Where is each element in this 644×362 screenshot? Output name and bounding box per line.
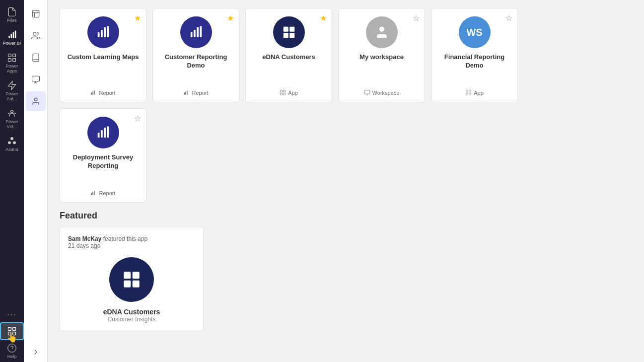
svg-rect-41 [289, 27, 294, 32]
virtual-label: Power Virt... [2, 119, 22, 129]
icon-bar-help[interactable]: Help [0, 340, 24, 362]
svg-rect-13 [13, 328, 16, 331]
sidebar-layout[interactable] [26, 4, 46, 24]
card-title-custom-learning: Custom Learning Maps [68, 53, 139, 62]
svg-rect-59 [107, 127, 109, 138]
sidebar-book[interactable] [26, 48, 46, 68]
svg-rect-63 [124, 272, 131, 279]
icon-bar-powerbi[interactable]: Power BI [0, 27, 24, 49]
cards-row-2: ☆ Deployment Survey Reporting Report [60, 108, 632, 203]
featured-icon-wrap [68, 257, 195, 302]
files-label: Files [7, 18, 16, 23]
svg-rect-57 [101, 130, 103, 138]
featured-card[interactable]: Sam McKay featured this app 21 days ago … [60, 227, 204, 331]
card-type-deployment: Report [99, 190, 115, 196]
svg-point-10 [8, 141, 11, 144]
star-financial[interactable]: ☆ [505, 13, 512, 23]
svg-rect-12 [8, 328, 11, 331]
svg-rect-4 [8, 54, 11, 57]
svg-rect-54 [466, 93, 468, 95]
svg-point-11 [13, 141, 16, 144]
svg-rect-65 [124, 281, 131, 288]
featured-by: Sam McKay [68, 235, 101, 242]
card-icon-deployment [87, 117, 119, 148]
cards-row-1: ★ Custom Learning Maps Report ★ [60, 8, 632, 102]
svg-rect-22 [32, 76, 39, 81]
featured-text-2: featured this app [103, 235, 147, 242]
star-edna[interactable]: ★ [320, 13, 327, 23]
svg-rect-58 [104, 128, 106, 138]
svg-rect-2 [13, 32, 14, 38]
star-deployment[interactable]: ☆ [134, 114, 141, 123]
icon-bar: Files Power BI Power Apps Power Aut... [0, 0, 24, 362]
card-meta-financial: App [465, 89, 484, 96]
svg-point-48 [379, 27, 384, 32]
svg-rect-36 [200, 26, 202, 38]
svg-rect-7 [13, 59, 16, 62]
asana-label: Asana [5, 147, 18, 152]
svg-rect-56 [97, 133, 99, 138]
card-icon-custom-learning [87, 16, 119, 48]
card-type-customer-reporting: Report [192, 90, 208, 96]
svg-rect-45 [284, 90, 286, 92]
star-customer-reporting[interactable]: ★ [227, 13, 234, 23]
svg-rect-46 [281, 93, 283, 95]
card-workspace[interactable]: ☆ My workspace Workspace [338, 8, 425, 102]
card-meta-customer-reporting: Report [183, 89, 208, 96]
sidebar-user[interactable] [26, 91, 46, 111]
icon-bar-virtual[interactable]: Power Virt... [0, 105, 24, 132]
svg-rect-60 [91, 193, 92, 195]
card-icon-workspace [366, 16, 398, 48]
svg-rect-64 [133, 272, 140, 279]
icon-bar-powerapps[interactable]: Power Apps [0, 50, 24, 76]
powerapps-label: Power Apps [2, 64, 22, 73]
svg-rect-53 [469, 90, 471, 92]
card-icon-edna [273, 16, 305, 48]
featured-meta: Sam McKay featured this app 21 days ago [68, 235, 195, 249]
svg-rect-35 [197, 27, 199, 37]
card-financial[interactable]: ☆ WS Financial Reporting Demo App [431, 8, 518, 102]
card-deployment[interactable]: ☆ Deployment Survey Reporting Report [60, 108, 146, 203]
svg-rect-40 [283, 27, 288, 32]
card-type-workspace: Workspace [372, 90, 400, 96]
icon-bar-automate[interactable]: Power Aut... [0, 77, 24, 104]
svg-point-21 [33, 32, 36, 35]
card-title-customer-reporting: Customer Reporting Demo [159, 53, 233, 70]
card-customer-reporting[interactable]: ★ Customer Reporting Demo Report [152, 8, 239, 102]
svg-point-16 [8, 344, 16, 353]
icon-bar-files[interactable]: Files [0, 4, 24, 26]
icon-bar-more[interactable]: ··· [0, 307, 24, 322]
svg-rect-62 [94, 191, 95, 195]
card-type-edna: App [288, 90, 298, 96]
featured-ago: 21 days ago [68, 242, 100, 249]
automate-label: Power Aut... [2, 91, 22, 101]
icon-bar-highlighted[interactable]: 👆 [0, 322, 24, 340]
card-edna[interactable]: ★ eDNA Customers App [245, 8, 332, 102]
svg-rect-6 [8, 59, 11, 62]
card-title-deployment: Deployment Survey Reporting [66, 153, 140, 170]
icon-bar-asana[interactable]: Asana [0, 133, 24, 155]
card-meta-workspace: Workspace [364, 89, 400, 96]
card-icon-financial: WS [459, 16, 491, 48]
featured-title: Featured [60, 211, 632, 221]
card-custom-learning[interactable]: ★ Custom Learning Maps Report [60, 8, 146, 102]
svg-point-8 [11, 110, 13, 113]
svg-rect-47 [284, 93, 286, 95]
svg-rect-32 [94, 90, 95, 95]
svg-rect-38 [186, 91, 187, 95]
featured-item-icon [109, 257, 154, 302]
star-workspace[interactable]: ☆ [413, 13, 420, 23]
svg-rect-49 [364, 90, 370, 94]
sidebar-expand[interactable] [26, 342, 46, 362]
svg-rect-27 [101, 30, 103, 37]
card-meta-custom-learning: Report [90, 89, 115, 96]
svg-rect-43 [289, 33, 294, 38]
svg-rect-42 [283, 33, 288, 38]
sidebar-monitor[interactable] [26, 70, 46, 89]
svg-rect-52 [466, 90, 468, 92]
sidebar-people[interactable] [26, 26, 46, 46]
star-custom-learning[interactable]: ★ [134, 13, 141, 23]
card-title-financial: Financial Reporting Demo [437, 53, 511, 70]
svg-rect-39 [187, 90, 188, 95]
card-title-workspace: My workspace [359, 53, 404, 62]
